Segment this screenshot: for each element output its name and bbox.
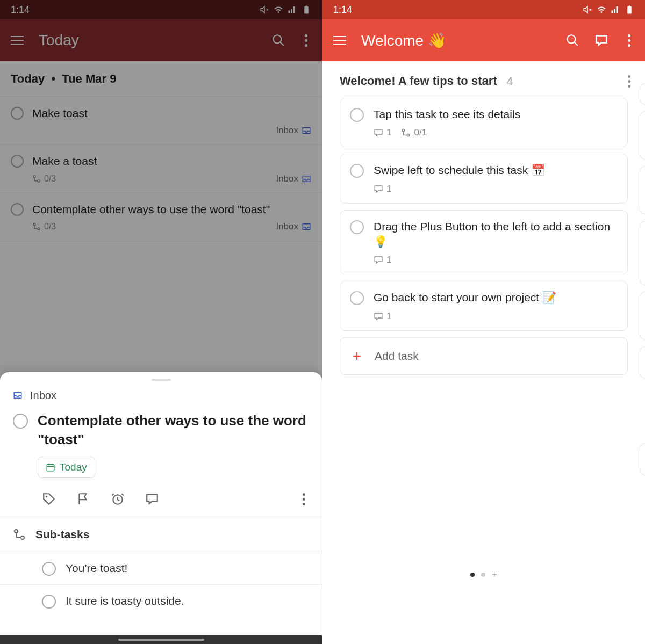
overflow-icon[interactable]	[624, 75, 634, 88]
flag-icon[interactable]	[76, 492, 90, 506]
menu-icon[interactable]	[11, 36, 24, 45]
task-row[interactable]: Make toast Inbox	[0, 97, 322, 145]
page-title: Welcome 👋	[361, 32, 550, 49]
menu-icon[interactable]	[333, 36, 346, 45]
project-tag: Inbox	[276, 221, 311, 232]
header-date: Tue Mar 9	[62, 72, 116, 85]
svg-rect-7	[47, 465, 54, 471]
task-list: Tap this task to see its details 1 0/1 S…	[322, 98, 645, 375]
section-count: 4	[507, 75, 513, 88]
svg-rect-0	[304, 6, 309, 14]
task-title: Make toast	[32, 106, 311, 121]
header-today: Today	[11, 72, 45, 85]
subtask-count: 0/3	[32, 222, 56, 231]
comment-icon[interactable]	[145, 492, 159, 506]
page-header: Today • Tue Mar 9	[0, 61, 322, 97]
svg-rect-1	[306, 6, 307, 7]
subtask-icon	[401, 128, 411, 138]
task-checkbox[interactable]	[11, 155, 24, 168]
task-title: Tap this task to see its details	[374, 107, 618, 122]
inbox-icon	[13, 390, 23, 400]
svg-point-5	[33, 223, 35, 226]
inbox-icon	[302, 222, 311, 231]
task-checkbox[interactable]	[350, 164, 364, 178]
task-checkbox[interactable]	[350, 220, 364, 234]
inbox-icon	[302, 126, 311, 135]
search-icon[interactable]	[565, 33, 579, 47]
subtasks-header[interactable]: Sub-tasks	[0, 517, 322, 552]
status-icons	[583, 5, 634, 15]
task-checkbox[interactable]	[350, 108, 364, 122]
subtask-row[interactable]: It sure is toasty outside.	[0, 584, 322, 617]
task-project[interactable]: Inbox	[0, 385, 322, 408]
svg-point-3	[33, 176, 35, 178]
inbox-icon	[302, 174, 311, 184]
nav-bar	[0, 635, 322, 644]
due-date-chip[interactable]: Today	[38, 457, 95, 478]
calendar-icon	[46, 462, 55, 472]
task-checkbox[interactable]	[42, 562, 56, 576]
section-header: Welcome! A few tips to start 4	[322, 61, 645, 98]
subtask-icon	[32, 175, 41, 183]
mute-icon	[583, 5, 592, 15]
task-card[interactable]: Drag the Plus Button to the left to add …	[340, 210, 628, 275]
svg-point-15	[403, 129, 405, 132]
svg-rect-12	[627, 6, 632, 14]
task-title: Contemplate other ways to use the word "…	[32, 202, 311, 217]
task-checkbox[interactable]	[42, 595, 56, 609]
task-title: Drag the Plus Button to the left to add …	[374, 219, 618, 250]
svg-point-10	[15, 530, 18, 533]
mute-icon	[260, 5, 269, 15]
task-row[interactable]: Contemplate other ways to use the word "…	[0, 193, 322, 241]
task-card[interactable]: Swipe left to schedule this task 📅 1	[340, 154, 628, 203]
nav-handle[interactable]	[118, 639, 204, 641]
comment-count: 1	[374, 255, 391, 265]
add-task-button[interactable]: + Add task	[340, 337, 628, 375]
signal-icon	[611, 5, 620, 15]
task-title-editable[interactable]: Contemplate other ways to use the word "…	[38, 411, 309, 449]
task-row[interactable]: Make a toast 0/3 Inbox	[0, 145, 322, 193]
search-icon[interactable]	[271, 33, 285, 47]
subtask-count: 0/1	[401, 127, 427, 138]
comment-count: 1	[374, 127, 391, 138]
overflow-icon[interactable]	[298, 493, 309, 505]
signal-icon	[288, 5, 297, 15]
overflow-icon[interactable]	[624, 34, 634, 47]
task-card[interactable]: Go back to start your own project 📝 1	[340, 281, 628, 330]
subtask-title: You're toast!	[66, 562, 127, 575]
task-title: Swipe left to schedule this task 📅	[374, 163, 618, 178]
task-checkbox[interactable]	[11, 107, 24, 120]
task-list: Make toast Inbox Make a	[0, 97, 322, 241]
task-detail-sheet: Inbox Contemplate other ways to use the …	[0, 372, 322, 644]
status-icons	[260, 5, 311, 15]
comment-icon[interactable]	[594, 33, 608, 47]
sheet-handle[interactable]	[152, 379, 171, 381]
plus-icon: +	[350, 348, 364, 365]
task-actions	[0, 481, 322, 517]
subtask-row[interactable]: You're toast!	[0, 552, 322, 584]
section-title: Welcome! A few tips to start	[340, 74, 497, 88]
page-dot[interactable]	[481, 573, 485, 577]
task-checkbox[interactable]	[350, 291, 364, 305]
project-tag: Inbox	[276, 125, 311, 136]
svg-point-14	[567, 35, 575, 43]
reminder-icon[interactable]	[111, 492, 125, 506]
page-dot-active[interactable]	[470, 573, 475, 577]
label-icon[interactable]	[42, 492, 56, 506]
task-checkbox[interactable]	[13, 414, 28, 429]
comment-icon	[374, 184, 383, 194]
page-indicator: +	[322, 570, 645, 580]
page-title: Today	[39, 32, 256, 49]
wifi-icon	[597, 5, 606, 15]
task-title: Go back to start your own project 📝	[374, 290, 618, 305]
overflow-icon[interactable]	[300, 34, 311, 47]
task-title: Make a toast	[32, 154, 311, 169]
add-section-icon[interactable]: +	[492, 570, 497, 580]
task-card[interactable]: Tap this task to see its details 1 0/1	[340, 98, 628, 147]
svg-point-6	[38, 228, 40, 230]
subtask-icon	[13, 528, 26, 541]
comment-icon	[374, 128, 383, 138]
task-checkbox[interactable]	[11, 203, 24, 216]
comment-icon	[374, 255, 383, 265]
app-bar: Today	[0, 19, 322, 61]
